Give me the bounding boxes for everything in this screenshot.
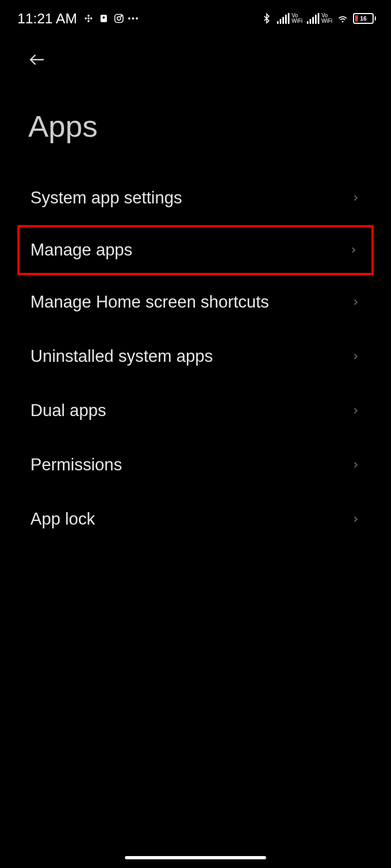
chevron-right-icon <box>351 406 361 416</box>
slack-icon <box>83 12 94 24</box>
setting-manage-apps[interactable]: Manage apps <box>17 225 374 275</box>
svg-point-10 <box>121 16 122 17</box>
setting-app-lock[interactable]: App lock <box>0 492 391 546</box>
setting-label: System app settings <box>30 188 182 208</box>
chevron-right-icon <box>351 297 361 307</box>
wifi-icon <box>337 12 349 24</box>
chevron-right-icon <box>351 514 361 524</box>
chevron-right-icon <box>351 460 361 470</box>
page-title: Apps <box>0 76 391 171</box>
svg-point-9 <box>117 17 121 21</box>
signal-bars-icon <box>277 13 289 24</box>
svg-rect-4 <box>87 17 89 19</box>
chevron-right-icon <box>349 245 358 255</box>
svg-rect-7 <box>103 16 104 19</box>
settings-list: System app settings Manage apps Manage H… <box>0 171 391 546</box>
vowifi-label-2: Vo WiFi <box>321 13 332 24</box>
back-button[interactable] <box>26 49 48 71</box>
wifi-text: WiFi <box>292 18 302 24</box>
setting-label: Uninstalled system apps <box>30 347 213 366</box>
setting-uninstalled-system-apps[interactable]: Uninstalled system apps <box>0 329 391 384</box>
setting-label: App lock <box>30 509 95 529</box>
more-notifications-icon <box>128 17 138 20</box>
card-icon <box>98 12 110 24</box>
status-right: Vo WiFi Vo WiFi 16 <box>261 12 376 24</box>
status-left: 11:21 AM <box>17 10 138 27</box>
header <box>0 33 391 76</box>
svg-rect-1 <box>87 15 89 16</box>
bluetooth-icon <box>261 12 273 24</box>
status-notification-icons <box>83 12 138 24</box>
wifi-text: WiFi <box>321 18 332 24</box>
signal-1: Vo WiFi <box>277 13 302 24</box>
setting-label: Permissions <box>30 455 122 475</box>
setting-manage-home-shortcuts[interactable]: Manage Home screen shortcuts <box>0 275 391 329</box>
battery-icon: 16 <box>353 13 374 24</box>
status-time: 11:21 AM <box>17 10 77 27</box>
svg-rect-2 <box>90 17 92 19</box>
svg-rect-0 <box>85 17 86 19</box>
home-indicator[interactable] <box>125 856 266 859</box>
setting-dual-apps[interactable]: Dual apps <box>0 384 391 438</box>
signal-bars-icon <box>307 13 319 24</box>
instagram-icon <box>113 12 125 24</box>
chevron-right-icon <box>351 193 361 203</box>
vowifi-label-1: Vo WiFi <box>292 13 302 24</box>
battery-indicator: 16 <box>353 13 376 24</box>
setting-system-app-settings[interactable]: System app settings <box>0 171 391 225</box>
setting-label: Manage Home screen shortcuts <box>30 292 269 312</box>
setting-label: Dual apps <box>30 401 106 420</box>
signal-2: Vo WiFi <box>307 13 332 24</box>
setting-permissions[interactable]: Permissions <box>0 438 391 492</box>
setting-label: Manage apps <box>30 240 133 260</box>
status-bar: 11:21 AM <box>0 0 391 33</box>
svg-rect-3 <box>87 20 89 22</box>
chevron-right-icon <box>351 352 361 361</box>
battery-level: 16 <box>354 15 373 22</box>
